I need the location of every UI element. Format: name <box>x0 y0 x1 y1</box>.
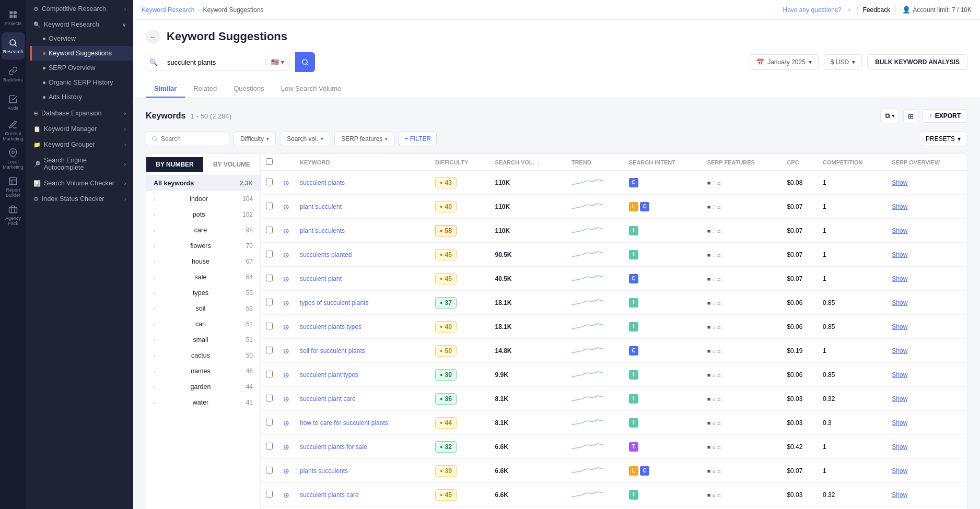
keyword-link[interactable]: succulent plant <box>300 275 342 282</box>
th-search-vol[interactable]: SEARCH VOL. ↓ <box>489 154 566 171</box>
select-all-checkbox[interactable] <box>266 158 273 165</box>
keyword-link[interactable]: plants succulents <box>300 467 348 475</box>
row-checkbox[interactable] <box>266 203 273 209</box>
add-keyword-icon[interactable]: ⊕ <box>283 467 289 475</box>
group-water[interactable]: › water 41 <box>146 395 260 410</box>
show-serp-link[interactable]: Show <box>892 395 907 403</box>
by-volume-button[interactable]: BY VOLUME <box>203 157 260 172</box>
nav-local[interactable]: Local Marketing <box>2 145 25 172</box>
sidebar-item-keyword-suggestions[interactable]: Keyword Suggestions <box>30 46 133 61</box>
feedback-button[interactable]: Feedback <box>857 4 896 16</box>
keyword-link[interactable]: succulent plants for sale <box>300 443 367 451</box>
columns-button[interactable]: ⊞ <box>903 109 918 123</box>
keyword-search-input[interactable] <box>161 54 265 70</box>
show-serp-link[interactable]: Show <box>892 275 907 282</box>
show-serp-link[interactable]: Show <box>892 419 907 427</box>
by-number-button[interactable]: BY NUMBER <box>146 157 203 172</box>
row-checkbox[interactable] <box>266 275 273 281</box>
show-serp-link[interactable]: Show <box>892 347 907 354</box>
bulk-keyword-analysis-button[interactable]: BULK KEYWORD ANALYSIS <box>867 54 967 70</box>
group-can[interactable]: › can 51 <box>146 316 260 332</box>
add-keyword-icon[interactable]: ⊕ <box>283 419 289 427</box>
breadcrumb-parent[interactable]: Keyword Research <box>142 6 194 14</box>
row-checkbox[interactable] <box>266 299 273 305</box>
show-serp-link[interactable]: Show <box>892 443 907 451</box>
sidebar-item-keyword-research[interactable]: 🔍 Keyword Research ∨ <box>26 16 133 31</box>
tab-similar[interactable]: Similar <box>146 80 185 98</box>
keyword-link[interactable]: how to care for succulent plants <box>300 419 388 427</box>
show-serp-link[interactable]: Show <box>892 179 907 186</box>
nav-research[interactable]: Research <box>2 32 25 60</box>
row-checkbox[interactable] <box>266 323 273 329</box>
show-serp-link[interactable]: Show <box>892 323 907 330</box>
add-keyword-icon[interactable]: ⊕ <box>283 347 289 355</box>
group-indoor[interactable]: › indoor 104 <box>146 191 260 207</box>
group-all-keywords[interactable]: All keywords 2.3K <box>146 175 260 191</box>
nav-content[interactable]: Content Marketing <box>2 117 25 144</box>
row-checkbox[interactable] <box>266 179 273 185</box>
difficulty-filter[interactable]: Difficulty ▾ <box>234 132 276 146</box>
row-checkbox[interactable] <box>266 251 273 257</box>
nav-report[interactable]: Report Builder <box>2 173 25 200</box>
group-types[interactable]: › types 55 <box>146 285 260 301</box>
sidebar-item-keyword-manager[interactable]: 📋 Keyword Manager › <box>26 120 133 136</box>
show-serp-link[interactable]: Show <box>892 203 907 210</box>
currency-select[interactable]: $ USD ▾ <box>824 54 862 70</box>
show-serp-link[interactable]: Show <box>892 371 907 378</box>
keyword-link[interactable]: soil for succulent plants <box>300 347 365 354</box>
nav-audit[interactable]: Audit <box>2 89 25 116</box>
have-questions-link[interactable]: Have any questions? <box>783 6 842 14</box>
add-keyword-icon[interactable]: ⊕ <box>283 323 289 331</box>
export-button[interactable]: ↑ EXPORT <box>923 109 967 123</box>
tab-related[interactable]: Related <box>185 80 225 98</box>
group-sale[interactable]: › sale 64 <box>146 269 260 285</box>
date-filter[interactable]: 📅 January 2025 ▾ <box>750 54 819 70</box>
sidebar-item-serp-overview[interactable]: SERP Overview <box>30 61 133 75</box>
keyword-link[interactable]: succulent plants <box>300 179 345 186</box>
add-keyword-icon[interactable]: ⊕ <box>283 395 289 403</box>
sidebar-item-organic-serp-history[interactable]: Organic SERP History <box>30 75 133 90</box>
add-keyword-icon[interactable]: ⊕ <box>283 275 289 283</box>
tab-low-search-volume[interactable]: Low Search Volume <box>273 80 350 98</box>
keyword-link[interactable]: succulent plant care <box>300 395 356 403</box>
sidebar-item-search-volume-checker[interactable]: 📊 Search Volume Checker › <box>26 174 133 190</box>
add-keyword-icon[interactable]: ⊕ <box>283 491 289 499</box>
add-keyword-icon[interactable]: ⊕ <box>283 179 289 187</box>
presets-button[interactable]: PRESETS ▾ <box>919 132 967 146</box>
group-cactus[interactable]: › cactus 50 <box>146 348 260 363</box>
row-checkbox[interactable] <box>266 395 273 401</box>
keyword-filter-input[interactable] <box>161 135 224 143</box>
sidebar-item-overview[interactable]: Overview <box>30 31 133 46</box>
back-button[interactable]: ← <box>146 29 160 44</box>
keyword-link[interactable]: succulents planted <box>300 251 352 258</box>
row-checkbox[interactable] <box>266 227 273 233</box>
sidebar-item-database-expansion[interactable]: ⊕ Database Expansion › <box>26 104 133 120</box>
row-checkbox[interactable] <box>266 467 273 474</box>
row-checkbox[interactable] <box>266 371 273 377</box>
nav-backlinks[interactable]: Backlinks <box>2 61 25 88</box>
show-serp-link[interactable]: Show <box>892 467 907 475</box>
search-button[interactable] <box>295 52 315 72</box>
row-checkbox[interactable] <box>266 443 273 449</box>
add-keyword-icon[interactable]: ⊕ <box>283 227 289 235</box>
group-garden[interactable]: › garden 44 <box>146 379 260 395</box>
serp-features-filter[interactable]: SERP features ▾ <box>334 132 394 146</box>
row-checkbox[interactable] <box>266 491 273 498</box>
keyword-link[interactable]: plant succulents <box>300 227 345 234</box>
add-keyword-icon[interactable]: ⊕ <box>283 299 289 307</box>
sidebar-item-keyword-grouper[interactable]: 📁 Keyword Grouper › <box>26 136 133 151</box>
row-checkbox[interactable] <box>266 347 273 353</box>
add-keyword-icon[interactable]: ⊕ <box>283 251 289 259</box>
keyword-link[interactable]: types of succulent plants <box>300 299 368 306</box>
sidebar-item-ads-history[interactable]: Ads History <box>30 90 133 104</box>
sidebar-item-competitive-research[interactable]: ⚙ Competitive Research › <box>26 0 133 16</box>
keyword-link[interactable]: succulent plant types <box>300 371 358 378</box>
keyword-link[interactable]: succulent plants care <box>300 491 359 499</box>
add-keyword-icon[interactable]: ⊕ <box>283 371 289 379</box>
keyword-link[interactable]: plant succulent <box>300 203 342 210</box>
show-serp-link[interactable]: Show <box>892 227 907 234</box>
group-house[interactable]: › house 67 <box>146 254 260 269</box>
copy-button[interactable]: ⧉ ▾ <box>880 109 899 123</box>
search-vol-filter[interactable]: Search vol. ▾ <box>280 132 330 146</box>
row-checkbox[interactable] <box>266 419 273 425</box>
